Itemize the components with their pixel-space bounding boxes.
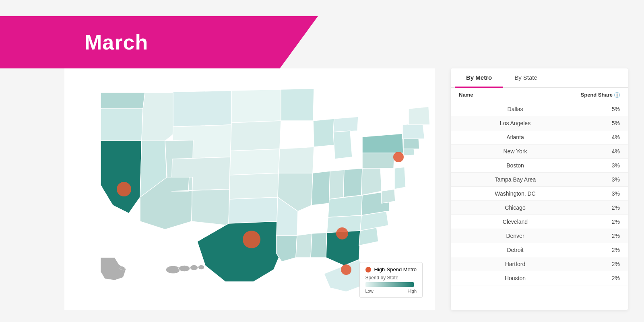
svg-point-4 <box>198 265 204 270</box>
cell-value: 4% <box>572 134 620 140</box>
tab-by-metro[interactable]: By Metro <box>455 68 503 88</box>
cell-name: Detroit <box>459 247 572 253</box>
map-container: High-Spend Metro Spend by State Low High <box>64 68 435 310</box>
legend-low-label: Low <box>365 289 374 293</box>
table-row: Washington, DC 3% <box>451 187 628 201</box>
table-header: Name Spend Share i <box>451 88 628 102</box>
cell-name: Washington, DC <box>459 190 572 197</box>
cell-value: 2% <box>572 247 620 253</box>
table-row: New York 4% <box>451 144 628 159</box>
cell-name: Los Angeles <box>459 120 572 126</box>
cell-value: 2% <box>572 219 620 225</box>
cell-name: Dallas <box>459 106 572 112</box>
col-value-header: Spend Share i <box>572 92 620 98</box>
cell-value: 2% <box>572 233 620 239</box>
cell-name: Tampa Bay Area <box>459 176 572 183</box>
cell-value: 3% <box>572 176 620 183</box>
cell-name: Denver <box>459 233 572 239</box>
table-row: Dallas 5% <box>451 102 628 116</box>
table-row: Denver 2% <box>451 229 628 243</box>
legend-dot-label: High-Spend Metro <box>374 266 417 272</box>
cell-value: 5% <box>572 106 620 112</box>
table-row: Tampa Bay Area 3% <box>451 173 628 187</box>
cell-name: Boston <box>459 162 572 169</box>
table-row: Hartford 2% <box>451 257 628 271</box>
table-row: Cleveland 2% <box>451 215 628 229</box>
table-row: Chicago 2% <box>451 201 628 215</box>
cell-value: 3% <box>572 190 620 197</box>
cell-name: New York <box>459 148 572 155</box>
tab-bar: By Metro By State <box>451 68 628 88</box>
table-row: Detroit 2% <box>451 243 628 257</box>
legend-gradient-ends: Low High <box>365 289 417 293</box>
svg-point-2 <box>179 265 190 272</box>
month-banner: March <box>0 16 318 68</box>
legend-dot-icon <box>365 267 371 272</box>
cell-name: Atlanta <box>459 134 572 140</box>
table-rows: Dallas 5% Los Angeles 5% Atlanta 4% New … <box>451 102 628 308</box>
metro-dot-la <box>117 182 131 196</box>
table-row: Atlanta 4% <box>451 130 628 144</box>
cell-value: 2% <box>572 275 620 281</box>
cell-value: 2% <box>572 204 620 211</box>
table-row: Houston 2% <box>451 271 628 285</box>
right-panel: By Metro By State Name Spend Share i Dal… <box>451 68 628 310</box>
spend-share-info-icon[interactable]: i <box>614 92 620 98</box>
metro-dot-atlanta <box>336 227 348 239</box>
cell-value: 3% <box>572 162 620 169</box>
month-title: March <box>85 30 148 54</box>
legend-dot-item: High-Spend Metro <box>365 266 417 272</box>
col-name-header: Name <box>459 92 572 98</box>
table-row: Boston 3% <box>451 159 628 173</box>
svg-point-3 <box>190 265 198 270</box>
metro-dot-dallas <box>243 231 260 248</box>
metro-dot-newyork <box>393 152 404 162</box>
tab-by-state[interactable]: By State <box>503 68 549 88</box>
cell-name: Hartford <box>459 261 572 267</box>
legend-gradient-bar <box>365 282 414 287</box>
cell-value: 5% <box>572 120 620 126</box>
cell-name: Chicago <box>459 204 572 211</box>
map-legend: High-Spend Metro Spend by State Low High <box>359 262 423 298</box>
svg-point-1 <box>166 266 180 274</box>
cell-value: 2% <box>572 261 620 267</box>
metro-dot-tampa <box>341 264 351 275</box>
cell-value: 4% <box>572 148 620 155</box>
cell-name: Cleveland <box>459 219 572 225</box>
legend-gradient-label: Spend by State <box>365 275 417 281</box>
cell-name: Houston <box>459 275 572 281</box>
legend-high-label: High <box>407 289 417 293</box>
table-row: Los Angeles 5% <box>451 116 628 130</box>
